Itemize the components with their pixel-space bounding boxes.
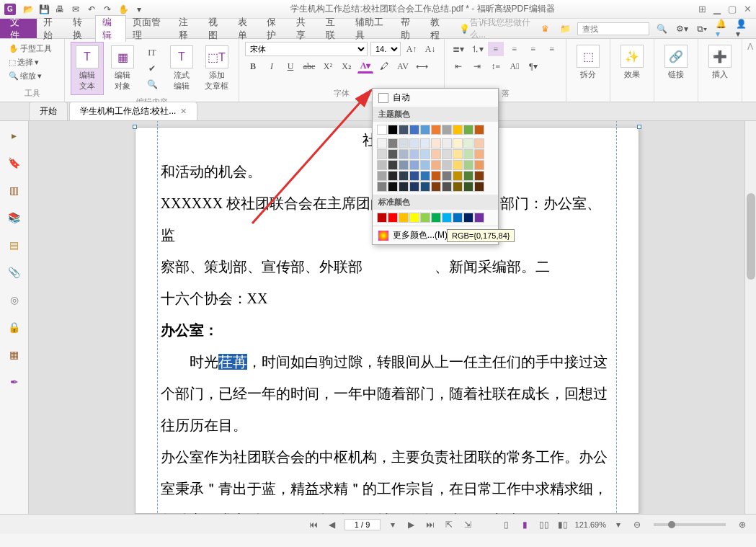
color-swatch[interactable] [409, 138, 419, 148]
gear-icon[interactable]: ⚙▾ [675, 22, 688, 35]
menu-form[interactable]: 表单 [231, 16, 261, 42]
color-swatch[interactable] [474, 213, 484, 223]
color-swatch[interactable] [474, 171, 484, 181]
zoom-in-icon[interactable]: ⊕ [736, 518, 749, 531]
page-dropdown-icon[interactable]: ▾ [386, 518, 399, 531]
dropdown-icon[interactable]: ▾ [133, 3, 146, 16]
expand-icon[interactable]: ▸ [7, 128, 22, 143]
color-swatch[interactable] [420, 171, 430, 181]
folder-icon[interactable]: 📁 [559, 22, 572, 35]
tab-close-icon[interactable]: ✕ [180, 107, 187, 116]
color-swatch[interactable] [431, 182, 441, 192]
menu-comment[interactable]: 注释 [172, 16, 202, 42]
search-input[interactable] [577, 22, 649, 35]
color-swatch[interactable] [463, 149, 473, 159]
first-page-icon[interactable]: ⏮ [307, 518, 320, 531]
app-grid-icon[interactable]: ⊞ [698, 4, 706, 14]
tab-start[interactable]: 开始 [29, 102, 68, 120]
spacing-button[interactable]: A⃞ [507, 59, 522, 74]
color-swatch[interactable] [399, 213, 409, 223]
menu-edit[interactable]: 编辑 [95, 15, 126, 42]
redo-icon[interactable]: ↷ [101, 3, 114, 16]
color-swatch[interactable] [377, 125, 387, 135]
color-swatch[interactable] [474, 182, 484, 192]
align-right-button[interactable]: ≡ [525, 42, 541, 56]
comments-icon[interactable]: ▤ [7, 238, 22, 252]
color-swatch[interactable] [377, 149, 387, 159]
color-swatch[interactable] [420, 213, 430, 223]
color-swatch[interactable] [453, 171, 463, 181]
search-icon[interactable]: 🔍 [655, 22, 668, 35]
color-swatch[interactable] [409, 213, 419, 223]
next-page-icon[interactable]: ▶ [405, 518, 418, 531]
nav2-icon[interactable]: ⇲ [461, 518, 474, 531]
image-sidebar-icon[interactable]: ◎ [7, 293, 22, 307]
align-left-button[interactable]: ≡ [488, 42, 504, 56]
minimize-icon[interactable]: ▁ [713, 4, 721, 14]
color-swatch[interactable] [388, 149, 398, 159]
color-swatch[interactable] [409, 160, 419, 170]
menu-view[interactable]: 视图 [202, 16, 231, 42]
para-button[interactable]: ¶▾ [525, 59, 541, 74]
color-swatch[interactable] [388, 138, 398, 148]
bell-icon[interactable]: 🔔▾ [716, 22, 729, 35]
color-swatch[interactable] [420, 182, 430, 192]
color-swatch[interactable] [442, 171, 452, 181]
resize-handle[interactable] [133, 125, 137, 129]
auto-color-row[interactable]: 自动 [373, 89, 498, 107]
menu-protect[interactable]: 保护 [260, 16, 290, 42]
align-center-button[interactable]: ≡ [507, 42, 522, 56]
color-swatch[interactable] [420, 125, 430, 135]
color-swatch[interactable] [453, 160, 463, 170]
font-name-select[interactable]: 宋体 [245, 42, 368, 56]
prev-page-icon[interactable]: ◀ [326, 518, 339, 531]
form-icon[interactable]: ▦ [7, 347, 22, 362]
color-swatch[interactable] [377, 160, 387, 170]
indent-left-button[interactable]: ⇤ [450, 59, 466, 74]
color-swatch[interactable] [442, 213, 452, 223]
color-swatch[interactable] [388, 171, 398, 181]
subscript-button[interactable]: X₂ [339, 59, 355, 74]
color-swatch[interactable] [463, 171, 473, 181]
insert-button[interactable]: ➕插入 [704, 42, 736, 83]
color-swatch[interactable] [431, 171, 441, 181]
view-facing-icon[interactable]: ▯▯ [538, 518, 551, 531]
tab-document[interactable]: 学生机构工作总结:校社... ✕ [69, 102, 197, 120]
color-swatch[interactable] [431, 138, 441, 148]
color-swatch[interactable] [420, 149, 430, 159]
scroll-thumb[interactable] [747, 193, 755, 280]
color-swatch[interactable] [442, 160, 452, 170]
color-swatch[interactable] [420, 160, 430, 170]
spell-icon[interactable]: ✔ [144, 61, 160, 76]
attachment-icon[interactable]: 📎 [7, 265, 22, 280]
crown-icon[interactable]: ♛ [538, 22, 551, 35]
superscript-button[interactable]: X² [320, 59, 336, 74]
color-swatch[interactable] [388, 160, 398, 170]
collapse-ribbon-icon[interactable]: ᐱ [744, 39, 756, 102]
char-spacing-button[interactable]: AV [395, 59, 411, 74]
indent-right-button[interactable]: ⇥ [469, 59, 485, 74]
color-swatch[interactable] [474, 125, 484, 135]
menu-share[interactable]: 共享 [290, 16, 319, 42]
color-swatch[interactable] [431, 213, 441, 223]
split-button[interactable]: ⬚拆分 [572, 42, 604, 83]
color-swatch[interactable] [409, 182, 419, 192]
underline-button[interactable]: U [283, 59, 298, 74]
color-swatch[interactable] [463, 138, 473, 148]
color-swatch[interactable] [377, 171, 387, 181]
color-swatch[interactable] [442, 138, 452, 148]
menu-start[interactable]: 开始 [37, 16, 66, 42]
font-color-button[interactable]: A▾ [357, 59, 373, 74]
color-swatch[interactable] [474, 138, 484, 148]
zoom-tool[interactable]: 🔍 缩放 ▾ [6, 69, 58, 83]
link-button[interactable]: 🔗链接 [660, 42, 692, 83]
last-page-icon[interactable]: ⏭ [424, 518, 437, 531]
zoom-slider-thumb[interactable] [668, 521, 675, 528]
scale-button[interactable]: ⟷ [414, 59, 430, 74]
color-swatch[interactable] [377, 182, 387, 192]
bookmark-icon[interactable]: 🔖 [7, 156, 22, 170]
numbering-button[interactable]: ⒈▾ [469, 42, 485, 56]
color-swatch[interactable] [463, 213, 473, 223]
vertical-scrollbar[interactable] [744, 121, 756, 514]
hand-icon[interactable]: ✋ [117, 3, 130, 16]
